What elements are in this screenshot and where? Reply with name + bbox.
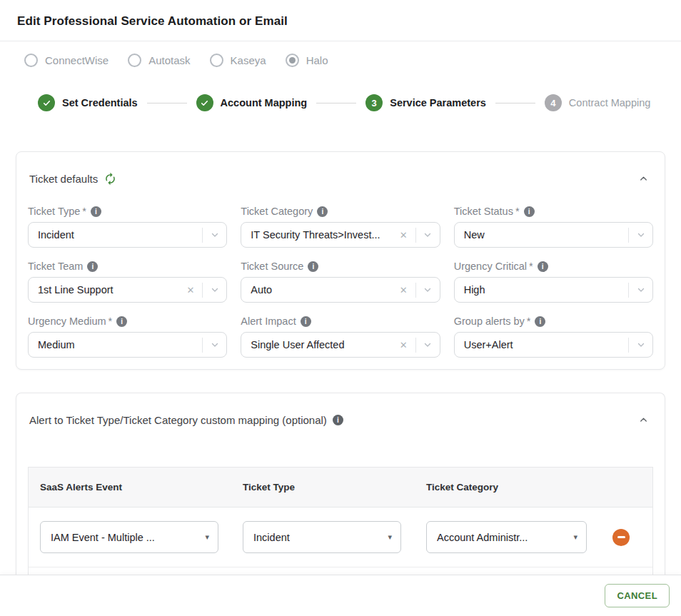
clear-icon[interactable]: ✕ xyxy=(397,340,415,350)
edit-psa-dialog: Edit Professional Service Automation or … xyxy=(0,0,681,616)
collapse-custom-mapping-button[interactable] xyxy=(635,412,652,428)
column-header-saas-alerts-event: SaaS Alerts Event xyxy=(29,482,231,493)
field-label-text: Group alerts by xyxy=(454,315,525,327)
field-label: Ticket Team* i xyxy=(28,261,227,272)
chevron-up-icon xyxy=(638,417,649,428)
field-ticket-team: Ticket Team* i 1st Line Support ✕ xyxy=(28,261,227,303)
cancel-button[interactable]: CANCEL xyxy=(605,584,670,607)
select-value: IT Security Threats>Invest... xyxy=(241,229,396,241)
urgency-critical-select[interactable]: High ✕ xyxy=(454,277,653,303)
info-icon[interactable]: i xyxy=(91,206,101,217)
ticket-defaults-panel: Ticket defaults Ticket Type* i Inciden xyxy=(16,151,665,370)
ticket-defaults-header: Ticket defaults xyxy=(16,152,665,187)
field-label-text: Urgency Critical xyxy=(454,261,527,272)
required-mark: * xyxy=(109,315,113,327)
info-icon[interactable]: i xyxy=(87,261,98,272)
select-value: New xyxy=(455,229,628,241)
chevron-down-icon xyxy=(203,340,226,350)
ticket-category-dropdown[interactable]: Account Administr... ▾ xyxy=(426,521,587,553)
radio-icon xyxy=(128,54,141,67)
group-alerts-by-select[interactable]: User+Alert ✕ xyxy=(454,332,653,358)
check-icon xyxy=(38,94,55,111)
field-ticket-category: Ticket Category* i IT Security Threats>I… xyxy=(241,206,440,248)
urgency-medium-select[interactable]: Medium ✕ xyxy=(28,332,227,358)
step-number: 3 xyxy=(365,94,383,111)
radio-connectwise[interactable]: ConnectWise xyxy=(24,54,109,67)
step-account-mapping[interactable]: Account Mapping xyxy=(196,94,308,111)
dialog-header: Edit Professional Service Automation or … xyxy=(0,0,681,41)
chevron-down-icon xyxy=(203,285,226,295)
dropdown-value: Account Administr... xyxy=(437,532,568,543)
ticket-category-select[interactable]: IT Security Threats>Invest... ✕ xyxy=(241,222,440,248)
required-mark: * xyxy=(527,315,531,327)
info-icon[interactable]: i xyxy=(538,261,548,272)
radio-icon xyxy=(286,54,299,67)
select-value: User+Alert xyxy=(455,339,628,350)
step-set-credentials[interactable]: Set Credentials xyxy=(38,94,138,111)
field-label: Ticket Type* i xyxy=(28,206,227,217)
section-title-text: Ticket defaults xyxy=(29,173,98,185)
info-icon[interactable]: i xyxy=(535,316,545,327)
radio-label: Halo xyxy=(306,54,328,66)
ticket-type-dropdown[interactable]: Incident ▾ xyxy=(243,521,401,553)
caret-down-icon: ▾ xyxy=(205,532,209,542)
radio-label: ConnectWise xyxy=(45,54,109,66)
required-mark: * xyxy=(82,206,86,217)
step-connector xyxy=(147,103,187,103)
wizard-stepper: Set Credentials Account Mapping 3 Servic… xyxy=(38,94,681,111)
check-icon xyxy=(196,94,213,111)
select-value: Incident xyxy=(29,229,202,241)
field-label: Group alerts by* i xyxy=(454,315,653,327)
info-icon[interactable]: i xyxy=(333,415,343,425)
chevron-down-icon xyxy=(416,285,440,295)
clear-icon[interactable]: ✕ xyxy=(397,230,415,241)
step-contract-mapping[interactable]: 4 Contract Mapping xyxy=(545,94,650,111)
dialog-footer: CANCEL xyxy=(0,575,681,616)
info-icon[interactable]: i xyxy=(317,206,328,217)
radio-icon xyxy=(24,54,38,67)
clear-icon[interactable]: ✕ xyxy=(183,285,202,296)
step-label: Set Credentials xyxy=(62,97,138,108)
field-label-text: Ticket Type xyxy=(28,206,80,217)
radio-autotask[interactable]: Autotask xyxy=(128,54,190,67)
radio-halo[interactable]: Halo xyxy=(286,54,328,67)
clear-icon[interactable]: ✕ xyxy=(397,285,415,296)
select-value: Medium xyxy=(29,339,202,350)
step-service-parameters[interactable]: 3 Service Parameters xyxy=(365,94,486,111)
radio-kaseya[interactable]: Kaseya xyxy=(210,54,266,67)
field-urgency-critical: Urgency Critical* i High ✕ xyxy=(454,261,653,303)
remove-row-button[interactable] xyxy=(612,529,630,546)
field-label-text: Ticket Source xyxy=(241,261,303,272)
info-icon[interactable]: i xyxy=(301,316,311,327)
info-icon[interactable]: i xyxy=(308,261,318,272)
radio-icon xyxy=(210,54,223,67)
ticket-team-select[interactable]: 1st Line Support ✕ xyxy=(28,277,227,303)
info-icon[interactable]: i xyxy=(116,316,127,327)
caret-down-icon: ▾ xyxy=(388,532,392,542)
refresh-icon[interactable] xyxy=(104,172,117,186)
ticket-source-select[interactable]: Auto ✕ xyxy=(241,277,440,303)
step-number: 4 xyxy=(545,94,562,111)
chevron-up-icon xyxy=(638,176,649,186)
ticket-status-select[interactable]: New ✕ xyxy=(454,222,653,248)
custom-mapping-header: Alert to Ticket Type/Ticket Category cus… xyxy=(16,393,665,428)
info-icon[interactable]: i xyxy=(524,206,535,217)
chevron-down-icon xyxy=(203,230,226,240)
saas-alerts-event-dropdown[interactable]: IAM Event - Multiple ... ▾ xyxy=(40,521,218,553)
step-label: Contract Mapping xyxy=(569,97,650,108)
dropdown-value: Incident xyxy=(253,532,382,543)
chevron-down-icon xyxy=(416,340,440,350)
field-label: Urgency Medium* i xyxy=(28,315,227,327)
alert-impact-select[interactable]: Single User Affected ✕ xyxy=(241,332,440,358)
field-label-text: Alert Impact xyxy=(241,315,296,327)
column-header-ticket-type: Ticket Type xyxy=(231,482,415,493)
select-value: High xyxy=(455,284,628,296)
column-header-ticket-category: Ticket Category xyxy=(415,482,602,493)
collapse-ticket-defaults-button[interactable] xyxy=(635,171,652,187)
field-label: Urgency Critical* i xyxy=(454,261,653,272)
radio-label: Autotask xyxy=(148,54,190,66)
field-ticket-source: Ticket Source* i Auto ✕ xyxy=(241,261,440,303)
field-label-text: Ticket Team xyxy=(28,261,83,272)
ticket-type-select[interactable]: Incident ✕ xyxy=(28,222,227,248)
table-header-row: SaaS Alerts Event Ticket Type Ticket Cat… xyxy=(29,468,652,508)
